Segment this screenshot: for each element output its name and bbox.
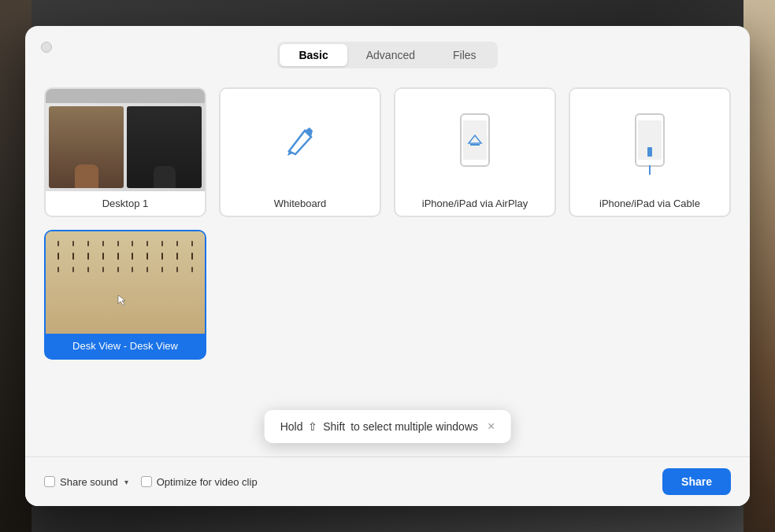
shift-icon: ⇧ [308,420,317,433]
phone-airplay-icon [460,113,490,167]
cable-label: iPhone/iPad via Cable [570,191,729,216]
toast-text: Hold ⇧ Shift to select multiple windows [280,420,478,433]
desk-view-thumbnail [46,231,205,334]
whiteboard-thumbnail [221,89,380,191]
grid-item-desktop1[interactable]: Desktop 1 [44,87,206,217]
grid-item-cable[interactable]: iPhone/iPad via Cable [569,87,731,217]
modal-footer: Share sound ▾ Optimize for video clip Sh… [25,456,750,506]
airplay-thumbnail [395,89,554,191]
share-sound-dropdown-arrow[interactable]: ▾ [124,478,128,486]
tab-bar: Basic Advanced Files [277,42,497,68]
share-sound-checkbox[interactable] [44,476,55,487]
toast-notification: Hold ⇧ Shift to select multiple windows … [265,410,511,443]
share-button[interactable]: Share [662,468,731,495]
tab-files[interactable]: Files [434,44,495,66]
optimize-video-option[interactable]: Optimize for video clip [141,476,258,488]
footer-options: Share sound ▾ Optimize for video clip [44,476,258,488]
desktop1-thumbnail [46,89,205,191]
grid-item-whiteboard[interactable]: Whiteboard [219,87,381,217]
desktop1-label: Desktop 1 [46,191,205,216]
toast-close-button[interactable]: × [488,419,495,434]
airplay-screen-icon [467,134,483,146]
share-options-grid: Desktop 1 Whiteboard [44,87,731,360]
grid-item-airplay[interactable]: iPhone/iPad via AirPlay [394,87,556,217]
desk-view-label: Desk View - Desk View [46,334,205,358]
svg-marker-2 [118,295,125,305]
share-sound-option[interactable]: Share sound ▾ [44,476,128,488]
share-screen-modal: Basic Advanced Files [25,26,750,506]
tab-basic[interactable]: Basic [280,44,347,66]
pencil-icon [283,123,317,157]
optimize-video-label: Optimize for video clip [157,476,258,488]
share-sound-label: Share sound [60,476,118,488]
tab-advanced[interactable]: Advanced [347,44,434,66]
optimize-video-checkbox[interactable] [141,476,152,487]
svg-marker-0 [469,135,481,143]
modal-header: Basic Advanced Files [25,26,750,78]
whiteboard-label: Whiteboard [221,191,380,216]
phone-cable-icon [635,113,665,167]
modal-content: Desktop 1 Whiteboard [25,78,750,444]
cable-thumbnail [570,89,729,191]
grid-item-desk-view[interactable]: Desk View - Desk View [44,230,206,360]
airplay-label: iPhone/iPad via AirPlay [395,191,554,216]
close-button[interactable] [41,42,52,53]
